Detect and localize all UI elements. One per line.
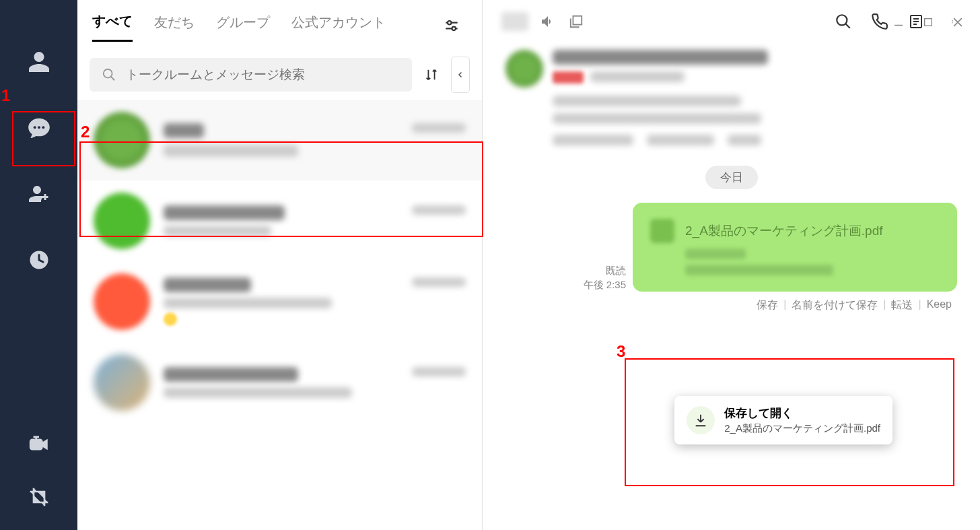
collapse-list-button[interactable]	[451, 57, 470, 93]
search-input[interactable]	[126, 67, 400, 82]
file-name: 2_A製品のマーケティング計画.pdf	[685, 222, 883, 240]
avatar	[94, 273, 150, 330]
svg-point-2	[42, 126, 44, 129]
sort-button[interactable]	[416, 57, 447, 93]
read-status: 既読	[584, 263, 626, 277]
avatar	[94, 193, 150, 249]
filter-tabs: すべて 友だち グループ 公式アカウント	[77, 0, 482, 42]
file-type-icon	[650, 219, 674, 243]
chat-search-icon[interactable]	[835, 13, 852, 30]
date-separator: 今日	[705, 166, 758, 189]
minimize-button[interactable]	[891, 15, 906, 30]
save-and-open-tooltip[interactable]: 保存して開く 2_A製品のマーケティング計画.pdf	[674, 396, 893, 444]
tab-official[interactable]: 公式アカウント	[291, 13, 386, 41]
file-action-bar: 保存| 名前を付けて保存| 転送| Keep	[505, 298, 957, 312]
search-icon	[102, 67, 116, 82]
chat-item[interactable]	[77, 100, 482, 180]
call-icon[interactable]	[871, 13, 888, 30]
app-sidebar	[0, 0, 77, 530]
search-box[interactable]	[90, 58, 412, 92]
incoming-message	[505, 50, 957, 152]
file-keep-link[interactable]: Keep	[927, 298, 952, 312]
avatar	[505, 50, 543, 88]
chat-item[interactable]	[77, 342, 482, 423]
message-time: 午後 2:35	[584, 277, 626, 292]
tab-groups[interactable]: グループ	[216, 13, 270, 41]
svg-point-7	[104, 69, 112, 78]
svg-rect-9	[573, 16, 582, 25]
file-saveas-link[interactable]: 名前を付けて保存	[792, 298, 878, 312]
tooltip-filename: 2_A製品のマーケティング計画.pdf	[724, 422, 880, 435]
svg-point-1	[38, 126, 40, 129]
svg-point-10	[837, 15, 847, 25]
svg-point-5	[448, 21, 451, 24]
avatar	[94, 354, 150, 411]
svg-rect-4	[30, 440, 42, 449]
avatar	[94, 112, 150, 168]
svg-point-0	[33, 126, 36, 129]
crop-nav-icon[interactable]	[23, 481, 55, 513]
speaker-icon[interactable]	[539, 13, 557, 30]
chat-item[interactable]	[77, 261, 482, 342]
svg-rect-8	[925, 19, 932, 26]
file-forward-link[interactable]: 転送	[891, 298, 913, 312]
chat-item[interactable]	[77, 180, 482, 261]
timeline-nav-icon[interactable]	[23, 244, 55, 276]
chat-nav-icon[interactable]	[23, 112, 55, 144]
tab-friends[interactable]: 友だち	[154, 13, 195, 41]
add-friend-nav-icon[interactable]	[23, 178, 55, 210]
message-area: 今日 既読 午後 2:35 2_A製品のマーケティング計画.pdf 保存| 名前…	[483, 43, 980, 530]
close-button[interactable]	[950, 15, 965, 30]
maximize-button[interactable]	[921, 15, 936, 30]
file-save-link[interactable]: 保存	[757, 298, 778, 312]
tab-all[interactable]: すべて	[92, 12, 133, 42]
chat-item-list	[77, 100, 482, 530]
video-nav-icon[interactable]	[23, 428, 55, 461]
file-attachment-bubble[interactable]: 2_A製品のマーケティング計画.pdf	[633, 203, 957, 292]
svg-point-6	[452, 27, 456, 30]
chat-title-blur	[501, 12, 528, 31]
tooltip-title: 保存して開く	[724, 405, 880, 421]
chat-list-panel: すべて 友だち グループ 公式アカウント	[77, 0, 483, 530]
filter-settings-icon[interactable]	[443, 17, 460, 37]
chat-view: 今日 既読 午後 2:35 2_A製品のマーケティング計画.pdf 保存| 名前…	[483, 0, 980, 530]
popout-icon[interactable]	[567, 13, 585, 30]
download-icon	[687, 406, 715, 434]
friends-nav-icon[interactable]	[23, 46, 55, 78]
outgoing-message: 既読 午後 2:35 2_A製品のマーケティング計画.pdf	[505, 203, 957, 292]
